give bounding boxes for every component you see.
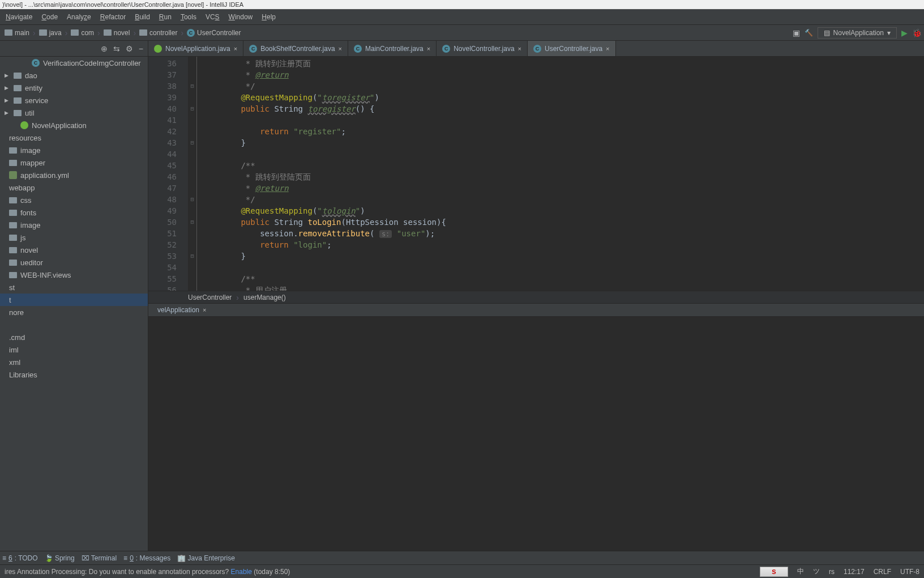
code-content[interactable]: * 跳转到注册页面 * @return */ @RequestMapping("… [197,57,924,291]
tool-window-button[interactable]: 🍃 Spring [45,554,75,562]
close-icon[interactable]: × [518,45,521,52]
project-tool-window: ⊕ ⇆ ⚙ − CVerificationCodeImgController▶d… [0,41,148,551]
main-area: ⊕ ⇆ ⚙ − CVerificationCodeImgController▶d… [0,41,924,551]
tool-window-button[interactable]: ≡ 6: TODO [2,554,38,562]
build-icon[interactable]: 🔨 [805,29,813,37]
run-panel-tabs: velApplication × [148,303,924,317]
tree-item[interactable]: t [0,294,148,306]
tree-item[interactable]: mapper [0,156,148,169]
fold-gutter[interactable]: ⊟⊟⊟⊟⊟⊟⊟⊟ [188,57,197,291]
tree-item[interactable]: ▶entity [0,82,148,94]
tree-item[interactable]: image [0,144,148,156]
editor-tab[interactable]: CBookShelfController.java× [243,41,348,56]
folder-icon [9,197,17,203]
menu-analyze[interactable]: Analyze [62,11,96,23]
folder-icon [9,260,17,266]
tool-window-button[interactable]: ⌧ Terminal [82,554,117,562]
status-bar: ires Annotation Processing: Do you want … [0,564,924,578]
tree-item[interactable]: ▶service [0,94,148,107]
menu-vcs[interactable]: VCS [201,11,224,23]
tree-item[interactable]: Libraries [0,368,148,381]
tree-item[interactable]: st [0,281,148,294]
line-separator[interactable]: CRLF [874,568,891,576]
editor-tab[interactable]: CUserController.java× [528,41,615,56]
tree-item[interactable]: ▶util [0,107,148,119]
breadcrumb-item[interactable]: CUserController [185,28,243,38]
tree-item[interactable]: css [0,194,148,206]
tree-item[interactable]: image [0,219,148,231]
tool-window-button[interactable]: ≡ 0: Messages [123,554,170,562]
tree-item[interactable]: NovelApplication [0,119,148,131]
status-message: ires Annotation Processing: Do you want … [5,568,290,576]
menu-run[interactable]: Run [155,11,176,23]
tree-item[interactable]: .cmd [0,331,148,343]
tree-item[interactable]: WEB-INF.views [0,269,148,281]
run-config-selector[interactable]: ▤ NovelApplication ▾ [818,27,897,39]
close-icon[interactable]: × [427,45,430,52]
navigation-bar: main›java›com›novel›controller›CUserCont… [0,25,924,41]
code-editor[interactable]: 3637383940414243444546474849505152535455… [148,57,924,291]
tree-item[interactable] [0,318,148,331]
close-icon[interactable]: × [234,45,237,52]
encoding[interactable]: UTF-8 [900,568,919,576]
breadcrumb-item[interactable]: controller [137,28,179,38]
run-icon[interactable]: ▶ [901,28,908,37]
menu-window[interactable]: Window [224,11,258,23]
tree-item[interactable]: resources [0,131,148,144]
tree-item[interactable]: application.yml [0,169,148,181]
crumb-method[interactable]: userManage() [243,294,286,301]
target-icon[interactable]: ⊕ [101,44,108,53]
breadcrumb-item[interactable]: com [69,28,96,38]
layout-icon[interactable]: ▣ [793,28,800,37]
chevron-right-icon: › [97,28,100,37]
run-output[interactable] [148,317,924,551]
run-tab[interactable]: velApplication × [153,304,211,316]
breadcrumb-item[interactable]: java [37,28,64,38]
menu-help[interactable]: Help [257,11,280,23]
menu-refactor[interactable]: Refactor [96,11,130,23]
breadcrumb-item[interactable]: main [2,28,32,38]
tool-window-button[interactable]: 🏢 Java Enterprise [177,554,235,562]
tree-item[interactable]: js [0,231,148,244]
editor-area: NovelApplication.java×CBookShelfControll… [148,41,924,551]
menu-navigate[interactable]: Navigate [1,11,37,23]
tree-item[interactable]: ▶dao [0,69,148,82]
editor-tab[interactable]: NovelApplication.java× [148,41,243,56]
ime-mode[interactable]: ツ [813,567,820,576]
tree-item[interactable]: webapp [0,181,148,194]
debug-icon[interactable]: 🐞 [912,28,922,37]
enable-link[interactable]: Enable [231,568,252,576]
menu-tools[interactable]: Tools [176,11,201,23]
tree-item[interactable]: iml [0,343,148,356]
ime-lang[interactable]: 中 [797,567,804,576]
close-icon[interactable]: × [339,45,342,52]
tree-item[interactable]: CVerificationCodeImgController [0,57,148,69]
menu-code[interactable]: Code [37,11,62,23]
caret-position[interactable]: 112:17 [844,568,865,576]
gear-icon[interactable]: ⚙ [126,44,133,53]
close-icon[interactable]: × [203,307,206,313]
menu-bar: NavigateCodeAnalyzeRefactorBuildRunTools… [0,9,924,25]
title-bar: )\novel] - ...\src\main\java\com\novel\c… [0,0,924,9]
tree-item[interactable]: nore [0,306,148,318]
folder-icon [39,29,47,36]
tree-item[interactable]: fonts [0,206,148,219]
tree-item[interactable]: novel [0,244,148,256]
close-icon[interactable]: × [606,45,609,52]
class-icon: C [442,45,450,53]
ime-indicator[interactable]: S [760,567,788,577]
collapse-icon[interactable]: ⇆ [113,44,120,53]
tree-item[interactable]: xml [0,356,148,368]
menu-build[interactable]: Build [130,11,155,23]
breadcrumb-item[interactable]: novel [101,28,132,38]
hide-icon[interactable]: − [139,44,143,53]
editor-tab[interactable]: CNovelController.java× [437,41,528,56]
tree-item[interactable]: ueditor [0,256,148,269]
editor-breadcrumb[interactable]: UserController › userManage() [148,291,924,303]
line-gutter[interactable]: 3637383940414243444546474849505152535455… [148,57,188,291]
editor-tab[interactable]: CMainController.java× [348,41,437,56]
project-tree[interactable]: CVerificationCodeImgController▶dao▶entit… [0,57,148,551]
folder-icon [14,110,22,116]
folder-icon [9,272,17,278]
crumb-class[interactable]: UserController [188,294,232,301]
